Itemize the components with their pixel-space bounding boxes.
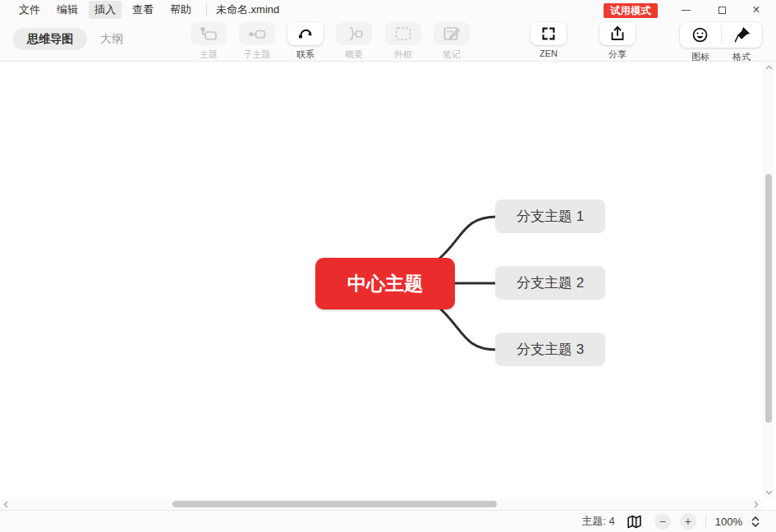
note-icon: [434, 22, 470, 45]
tab-outline[interactable]: 大纲: [100, 28, 123, 50]
scroll-down-icon[interactable]: [763, 488, 774, 498]
tool-note-label: 笔记: [429, 48, 475, 61]
zoom-in-button[interactable]: +: [680, 513, 696, 530]
tool-summary: 概要: [331, 22, 377, 61]
right-tool-panel: [680, 22, 762, 48]
document-title: 未命名.xmind: [216, 2, 279, 17]
chevron-down-icon: [751, 522, 760, 527]
close-icon: ×: [752, 3, 760, 16]
zoom-out-button[interactable]: −: [654, 513, 671, 530]
zen-icon: [530, 22, 567, 45]
branch-topic-node-3[interactable]: 分支主题 3: [495, 332, 605, 366]
tool-zen[interactable]: ZEN: [526, 22, 572, 58]
summary-icon: [336, 22, 372, 45]
map-icon: [626, 514, 643, 530]
trial-mode-badge[interactable]: 试用模式: [604, 3, 658, 18]
tool-share-label: 分享: [595, 48, 641, 61]
scroll-right-icon[interactable]: [751, 499, 761, 510]
tool-topic: 主题: [186, 22, 232, 61]
branch-topic-node-2[interactable]: 分支主题 2: [495, 266, 605, 300]
status-bar: 主题: 4 − + 100%: [0, 510, 776, 532]
scroll-left-icon[interactable]: [1, 499, 11, 510]
branch-topic-node-1[interactable]: 分支主题 1: [495, 200, 605, 233]
close-button[interactable]: ×: [744, 0, 769, 20]
zoom-level-spinner[interactable]: [751, 516, 760, 527]
minimize-icon: [682, 10, 691, 11]
tool-note: 笔记: [429, 22, 475, 61]
tool-zen-label: ZEN: [526, 48, 572, 58]
tool-relationship[interactable]: 联系: [282, 22, 328, 61]
tool-boundary-label: 外框: [380, 48, 426, 61]
tool-subtopic: 子主题: [234, 22, 280, 61]
menu-divider: [206, 4, 207, 16]
marker-button[interactable]: [680, 22, 721, 48]
chevron-up-icon: [751, 516, 760, 521]
xmind-window: 文件 编辑 插入 查看 帮助 未命名.xmind 试用模式 × 思维导图 大纲: [0, 0, 776, 532]
scroll-up-icon[interactable]: [763, 62, 774, 72]
menu-view[interactable]: 查看: [126, 1, 159, 19]
horizontal-scrollbar-thumb[interactable]: [172, 501, 497, 507]
tool-share[interactable]: 分享: [595, 22, 641, 61]
tool-summary-label: 概要: [331, 48, 377, 61]
mindmap-canvas[interactable]: 中心主题 分支主题 1 分支主题 2 分支主题 3: [0, 62, 776, 510]
zoom-level: 100%: [715, 516, 742, 528]
toolbar: 思维导图 大纲 主题 子主题: [0, 20, 776, 62]
relationship-icon: [287, 22, 324, 45]
boundary-icon: [385, 22, 421, 45]
minimize-button[interactable]: [673, 0, 698, 20]
tool-topic-label: 主题: [186, 48, 232, 61]
central-topic-node[interactable]: 中心主题: [315, 258, 455, 310]
horizontal-scrollbar[interactable]: [0, 499, 762, 510]
topic-count: 主题: 4: [581, 514, 614, 529]
menu-help[interactable]: 帮助: [164, 1, 197, 19]
marker-smiley-icon: [691, 25, 709, 44]
subtopic-icon: [239, 22, 275, 45]
maximize-icon: [719, 7, 726, 14]
vertical-scrollbar-thumb[interactable]: [765, 174, 772, 423]
titlebar: 文件 编辑 插入 查看 帮助 未命名.xmind 试用模式 ×: [0, 0, 776, 20]
topic-icon: [191, 22, 227, 45]
vertical-scrollbar[interactable]: [763, 62, 774, 498]
menu-file[interactable]: 文件: [13, 1, 46, 19]
maximize-button[interactable]: [709, 0, 734, 20]
format-button[interactable]: [721, 22, 762, 48]
tool-relationship-label: 联系: [282, 48, 328, 61]
menu-bar: 文件 编辑 插入 查看 帮助 未命名.xmind: [13, 0, 279, 20]
tab-mindmap[interactable]: 思维导图: [13, 28, 87, 50]
overview-map-button[interactable]: [624, 512, 645, 530]
menu-edit[interactable]: 编辑: [51, 1, 84, 19]
menu-insert[interactable]: 插入: [89, 1, 122, 19]
tool-boundary: 外框: [380, 22, 426, 61]
format-brush-icon: [732, 25, 751, 44]
tool-subtopic-label: 子主题: [234, 48, 280, 61]
statusbar-divider: [705, 516, 706, 528]
share-icon: [599, 22, 636, 45]
